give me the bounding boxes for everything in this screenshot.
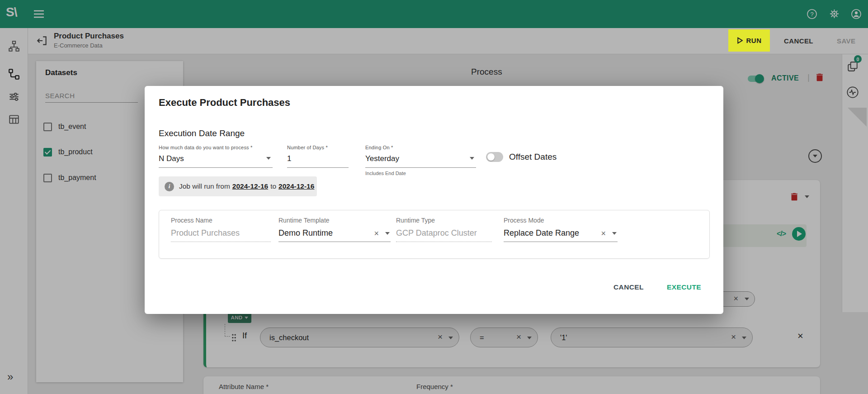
dialog-title: Execute Product Purchases xyxy=(159,97,290,109)
number-of-days-field[interactable]: Number of Days * 1 xyxy=(287,145,349,168)
process-mode-field[interactable]: Process Mode Replace Date Range × xyxy=(504,217,618,242)
process-name-value: Product Purchases xyxy=(171,228,271,242)
start-date-link[interactable]: 2024-12-16 xyxy=(232,182,268,190)
runtime-type-value: GCP Dataproc Cluster xyxy=(396,228,492,242)
info-prefix: Job will run from xyxy=(179,182,230,190)
dialog-execute-button[interactable]: EXECUTE xyxy=(667,283,701,291)
run-button[interactable]: RUN xyxy=(728,29,770,52)
process-amount-label: How much data do you want to process * xyxy=(159,145,273,150)
job-run-info-banner: i Job will run from 2024-12-16 to 2024-1… xyxy=(159,176,317,196)
process-mode-value: Replace Date Range xyxy=(504,228,579,237)
dropdown-caret-icon[interactable] xyxy=(266,157,271,160)
includes-end-date-helper: Includes End Date xyxy=(365,171,476,176)
process-mode-select[interactable]: Replace Date Range × xyxy=(504,228,618,242)
offset-dates-label: Offset Dates xyxy=(509,152,557,162)
dialog-cancel-button[interactable]: CANCEL xyxy=(613,283,644,291)
clear-icon[interactable]: × xyxy=(601,229,606,238)
job-run-info-text: Job will run from 2024-12-16 to 2024-12-… xyxy=(179,182,314,190)
runtime-template-label: Runtime Template xyxy=(278,217,391,224)
number-of-days-input[interactable]: 1 xyxy=(287,153,349,168)
dropdown-caret-icon[interactable] xyxy=(470,157,474,160)
clear-icon[interactable]: × xyxy=(374,229,379,238)
run-button-label: RUN xyxy=(746,37,762,44)
process-name-field: Process Name Product Purchases xyxy=(171,217,271,242)
runtime-template-field[interactable]: Runtime Template Demo Runtime × xyxy=(278,217,391,242)
runtime-template-value: Demo Runtime xyxy=(278,228,333,237)
dropdown-caret-icon[interactable] xyxy=(612,232,617,235)
date-range-section-title: Execution Date Range xyxy=(159,128,245,138)
offset-dates-toggle[interactable] xyxy=(486,152,503,162)
info-icon: i xyxy=(165,182,174,191)
execute-dialog: Execute Product Purchases Execution Date… xyxy=(145,86,723,314)
info-joiner: to xyxy=(270,182,276,190)
ending-on-label: Ending On * xyxy=(365,145,476,150)
process-name-label: Process Name xyxy=(171,217,271,224)
end-date-link[interactable]: 2024-12-16 xyxy=(278,182,314,190)
number-of-days-label: Number of Days * xyxy=(287,145,349,150)
ending-on-field[interactable]: Ending On * Yesterday Includes End Date xyxy=(365,145,476,176)
ending-on-select[interactable]: Yesterday xyxy=(365,153,476,168)
play-icon xyxy=(737,37,743,44)
process-amount-field[interactable]: How much data do you want to process * N… xyxy=(159,145,273,168)
process-amount-value: N Days xyxy=(159,154,184,163)
process-amount-select[interactable]: N Days xyxy=(159,153,273,168)
runtime-template-select[interactable]: Demo Runtime × xyxy=(278,228,391,242)
toggle-thumb xyxy=(487,153,495,161)
runtime-settings-card: Process Name Product Purchases Runtime T… xyxy=(159,210,710,259)
number-of-days-value: 1 xyxy=(287,154,291,163)
runtime-type-field: Runtime Type GCP Dataproc Cluster xyxy=(396,217,492,242)
runtime-type-label: Runtime Type xyxy=(396,217,492,224)
ending-on-value: Yesterday xyxy=(365,154,399,163)
dropdown-caret-icon[interactable] xyxy=(385,232,390,235)
process-mode-label: Process Mode xyxy=(504,217,618,224)
